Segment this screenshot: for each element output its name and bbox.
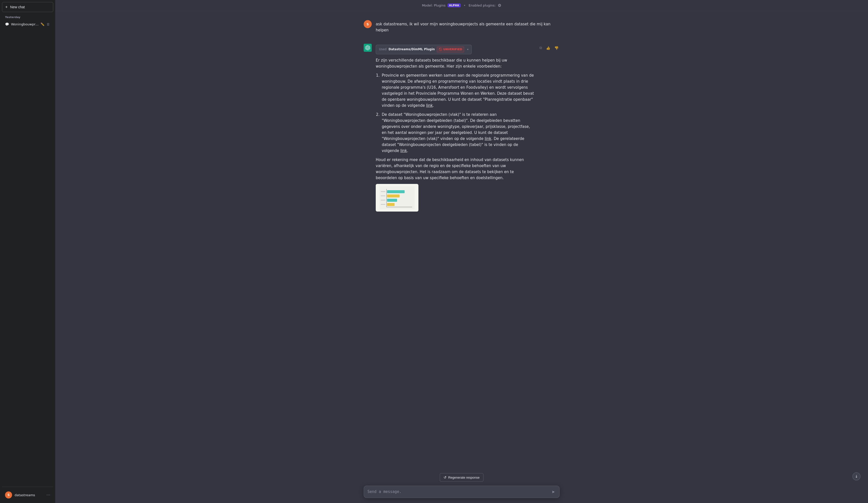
- regenerate-icon: ↺: [444, 475, 446, 479]
- chart-image: [376, 184, 418, 212]
- user-message-text: ask datastreams, ik wil voor mijn woning…: [376, 21, 560, 33]
- scroll-to-bottom-button[interactable]: ↓: [852, 472, 860, 480]
- user-message-content: ask datastreams, ik wil voor mijn woning…: [376, 20, 560, 36]
- alpha-badge: ALPHA: [447, 3, 461, 7]
- plugin-badge[interactable]: Used Datastreams/DimML Plugin 🚫 UNVERIFI…: [376, 45, 472, 54]
- warning-icon: 🚫: [439, 47, 442, 52]
- assistant-list: Provincie en gemeenten werken samen aan …: [376, 72, 535, 154]
- svg-rect-2: [387, 194, 400, 197]
- assistant-body-footer: Houd er rekening mee dat de beschikbaarh…: [376, 157, 535, 181]
- plugin-name: Datastreams/DimML Plugin: [389, 47, 435, 52]
- sidebar-user[interactable]: S datastreams ···: [2, 489, 53, 501]
- assistant-avatar: [364, 44, 372, 52]
- topbar: Model: Plugins ALPHA • Enabled plugins: …: [55, 0, 868, 11]
- chat-icon: 💬: [5, 22, 9, 26]
- unverified-badge: 🚫 UNVERIFIED: [437, 47, 464, 52]
- sidebar: + New chat Yesterday 💬 Woningbouwproject…: [0, 0, 55, 503]
- input-area: ↺ Regenerate response ➤: [55, 471, 868, 503]
- svg-rect-0: [380, 186, 415, 209]
- svg-rect-8: [381, 195, 385, 196]
- avatar: S: [5, 491, 12, 499]
- main-panel: Model: Plugins ALPHA • Enabled plugins: …: [55, 0, 868, 503]
- user-message-row: S ask datastreams, ik wil voor mijn woni…: [354, 16, 570, 40]
- regenerate-button[interactable]: ↺ Regenerate response: [440, 473, 483, 482]
- user-avatar: S: [364, 20, 372, 28]
- plugin-badge-container: Used Datastreams/DimML Plugin 🚫 UNVERIFI…: [376, 45, 535, 54]
- unverified-label: UNVERIFIED: [443, 47, 462, 52]
- enabled-plugins-label: Enabled plugins:: [469, 3, 496, 7]
- message-input[interactable]: [368, 489, 548, 495]
- delete-chat-button[interactable]: 🗑: [46, 22, 50, 27]
- model-label: Model: Plugins: [422, 3, 446, 7]
- regenerate-label: Regenerate response: [448, 476, 479, 479]
- list-item: Provincie en gemeenten werken samen aan …: [381, 72, 535, 109]
- plus-icon: +: [5, 5, 8, 9]
- list-item-2-link-1[interactable]: link: [485, 136, 492, 141]
- chevron-down-icon: ▾: [467, 48, 468, 52]
- user-name: datastreams: [14, 493, 35, 497]
- svg-rect-4: [387, 203, 395, 206]
- svg-rect-10: [381, 204, 385, 205]
- chat-history-item[interactable]: 💬 Woningbouwprojecten D ✏️ 🗑: [2, 20, 53, 29]
- gear-icon[interactable]: ⚙️: [498, 3, 501, 8]
- new-chat-button[interactable]: + New chat: [2, 2, 53, 12]
- assistant-message-row: Used Datastreams/DimML Plugin 🚫 UNVERIFI…: [354, 40, 570, 216]
- chat-area: S ask datastreams, ik wil voor mijn woni…: [55, 11, 868, 503]
- chevron-down-icon: ↓: [855, 474, 858, 479]
- svg-rect-1: [387, 190, 405, 193]
- send-icon: ➤: [551, 490, 555, 494]
- more-options-icon[interactable]: ···: [46, 493, 50, 497]
- copy-button[interactable]: ⧉: [538, 45, 543, 51]
- thumbs-up-button[interactable]: 👍: [545, 45, 551, 51]
- list-item: De dataset "Woningbouwprojecten (vlak)" …: [381, 112, 535, 154]
- svg-rect-7: [381, 191, 385, 192]
- svg-rect-9: [381, 200, 385, 201]
- list-item-1-link[interactable]: link: [426, 103, 433, 108]
- input-container: ➤: [364, 486, 560, 498]
- message-actions: ⧉ 👍 👎: [538, 44, 560, 51]
- list-item-2-link-2[interactable]: link: [400, 148, 407, 153]
- edit-chat-button[interactable]: ✏️: [40, 22, 45, 27]
- thumbs-down-button[interactable]: 👎: [553, 45, 560, 51]
- assistant-message-content: Used Datastreams/DimML Plugin 🚫 UNVERIFI…: [376, 44, 535, 212]
- svg-rect-3: [387, 199, 397, 202]
- send-button[interactable]: ➤: [550, 489, 556, 495]
- topbar-dot: •: [464, 3, 466, 7]
- assistant-body-intro: Er zijn verschillende datasets beschikba…: [376, 57, 535, 69]
- plugin-used-prefix: Used: [379, 47, 386, 52]
- new-chat-label: New chat: [10, 5, 24, 9]
- yesterday-label: Yesterday: [2, 14, 53, 20]
- chat-history-item-label: Woningbouwprojecten D: [11, 22, 40, 26]
